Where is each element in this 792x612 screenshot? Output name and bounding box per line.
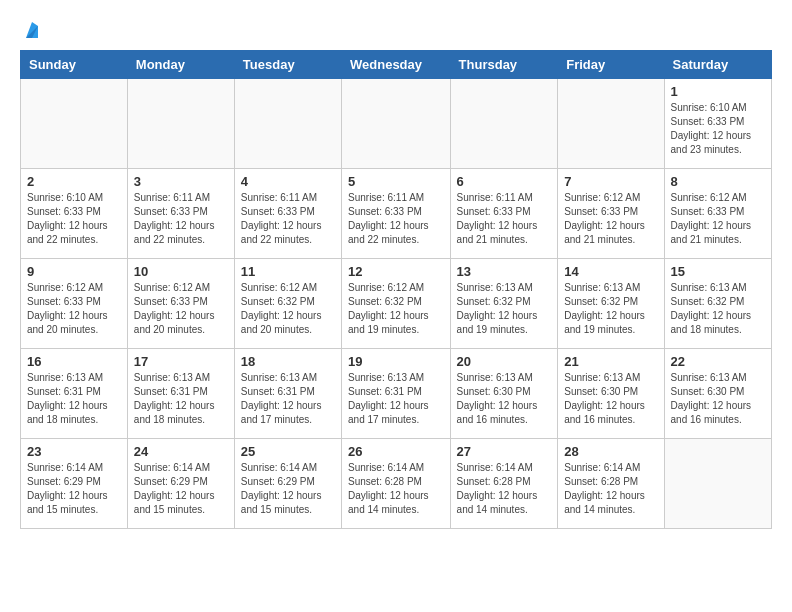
weekday-header: Sunday	[21, 51, 128, 79]
day-info: Sunrise: 6:13 AM Sunset: 6:31 PM Dayligh…	[27, 371, 121, 427]
calendar-cell	[21, 79, 128, 169]
weekday-header: Friday	[558, 51, 664, 79]
day-info: Sunrise: 6:10 AM Sunset: 6:33 PM Dayligh…	[27, 191, 121, 247]
day-info: Sunrise: 6:14 AM Sunset: 6:29 PM Dayligh…	[134, 461, 228, 517]
day-info: Sunrise: 6:13 AM Sunset: 6:30 PM Dayligh…	[457, 371, 552, 427]
calendar-cell: 10Sunrise: 6:12 AM Sunset: 6:33 PM Dayli…	[127, 259, 234, 349]
calendar-cell: 15Sunrise: 6:13 AM Sunset: 6:32 PM Dayli…	[664, 259, 771, 349]
day-info: Sunrise: 6:11 AM Sunset: 6:33 PM Dayligh…	[241, 191, 335, 247]
calendar-week-row: 9Sunrise: 6:12 AM Sunset: 6:33 PM Daylig…	[21, 259, 772, 349]
day-number: 6	[457, 174, 552, 189]
calendar-cell: 8Sunrise: 6:12 AM Sunset: 6:33 PM Daylig…	[664, 169, 771, 259]
day-info: Sunrise: 6:14 AM Sunset: 6:28 PM Dayligh…	[348, 461, 444, 517]
day-info: Sunrise: 6:10 AM Sunset: 6:33 PM Dayligh…	[671, 101, 765, 157]
calendar-cell	[558, 79, 664, 169]
calendar-cell	[664, 439, 771, 529]
calendar-cell: 16Sunrise: 6:13 AM Sunset: 6:31 PM Dayli…	[21, 349, 128, 439]
day-number: 8	[671, 174, 765, 189]
day-number: 1	[671, 84, 765, 99]
day-info: Sunrise: 6:13 AM Sunset: 6:32 PM Dayligh…	[671, 281, 765, 337]
logo-icon	[22, 20, 42, 40]
calendar-cell: 14Sunrise: 6:13 AM Sunset: 6:32 PM Dayli…	[558, 259, 664, 349]
day-number: 19	[348, 354, 444, 369]
day-number: 16	[27, 354, 121, 369]
day-info: Sunrise: 6:12 AM Sunset: 6:32 PM Dayligh…	[348, 281, 444, 337]
calendar: SundayMondayTuesdayWednesdayThursdayFrid…	[20, 50, 772, 529]
day-info: Sunrise: 6:14 AM Sunset: 6:29 PM Dayligh…	[241, 461, 335, 517]
calendar-cell: 26Sunrise: 6:14 AM Sunset: 6:28 PM Dayli…	[342, 439, 451, 529]
day-number: 7	[564, 174, 657, 189]
calendar-cell: 19Sunrise: 6:13 AM Sunset: 6:31 PM Dayli…	[342, 349, 451, 439]
day-number: 11	[241, 264, 335, 279]
day-info: Sunrise: 6:13 AM Sunset: 6:30 PM Dayligh…	[671, 371, 765, 427]
day-number: 26	[348, 444, 444, 459]
day-number: 28	[564, 444, 657, 459]
day-number: 12	[348, 264, 444, 279]
day-info: Sunrise: 6:14 AM Sunset: 6:28 PM Dayligh…	[457, 461, 552, 517]
day-info: Sunrise: 6:13 AM Sunset: 6:32 PM Dayligh…	[457, 281, 552, 337]
calendar-week-row: 23Sunrise: 6:14 AM Sunset: 6:29 PM Dayli…	[21, 439, 772, 529]
day-number: 24	[134, 444, 228, 459]
header	[20, 20, 772, 40]
day-info: Sunrise: 6:12 AM Sunset: 6:33 PM Dayligh…	[27, 281, 121, 337]
calendar-header-row: SundayMondayTuesdayWednesdayThursdayFrid…	[21, 51, 772, 79]
calendar-cell: 9Sunrise: 6:12 AM Sunset: 6:33 PM Daylig…	[21, 259, 128, 349]
day-number: 4	[241, 174, 335, 189]
day-info: Sunrise: 6:13 AM Sunset: 6:30 PM Dayligh…	[564, 371, 657, 427]
calendar-cell: 5Sunrise: 6:11 AM Sunset: 6:33 PM Daylig…	[342, 169, 451, 259]
calendar-cell: 7Sunrise: 6:12 AM Sunset: 6:33 PM Daylig…	[558, 169, 664, 259]
day-info: Sunrise: 6:12 AM Sunset: 6:33 PM Dayligh…	[134, 281, 228, 337]
calendar-cell: 1Sunrise: 6:10 AM Sunset: 6:33 PM Daylig…	[664, 79, 771, 169]
calendar-cell: 17Sunrise: 6:13 AM Sunset: 6:31 PM Dayli…	[127, 349, 234, 439]
calendar-cell: 27Sunrise: 6:14 AM Sunset: 6:28 PM Dayli…	[450, 439, 558, 529]
day-number: 22	[671, 354, 765, 369]
weekday-header: Saturday	[664, 51, 771, 79]
calendar-cell: 24Sunrise: 6:14 AM Sunset: 6:29 PM Dayli…	[127, 439, 234, 529]
day-info: Sunrise: 6:12 AM Sunset: 6:32 PM Dayligh…	[241, 281, 335, 337]
day-number: 9	[27, 264, 121, 279]
calendar-cell	[342, 79, 451, 169]
logo	[20, 20, 42, 40]
day-info: Sunrise: 6:13 AM Sunset: 6:32 PM Dayligh…	[564, 281, 657, 337]
day-number: 3	[134, 174, 228, 189]
calendar-cell: 11Sunrise: 6:12 AM Sunset: 6:32 PM Dayli…	[234, 259, 341, 349]
day-info: Sunrise: 6:14 AM Sunset: 6:28 PM Dayligh…	[564, 461, 657, 517]
calendar-cell: 2Sunrise: 6:10 AM Sunset: 6:33 PM Daylig…	[21, 169, 128, 259]
calendar-cell: 6Sunrise: 6:11 AM Sunset: 6:33 PM Daylig…	[450, 169, 558, 259]
day-info: Sunrise: 6:14 AM Sunset: 6:29 PM Dayligh…	[27, 461, 121, 517]
calendar-cell	[234, 79, 341, 169]
calendar-cell	[127, 79, 234, 169]
day-number: 27	[457, 444, 552, 459]
day-info: Sunrise: 6:11 AM Sunset: 6:33 PM Dayligh…	[348, 191, 444, 247]
calendar-cell: 20Sunrise: 6:13 AM Sunset: 6:30 PM Dayli…	[450, 349, 558, 439]
calendar-cell: 25Sunrise: 6:14 AM Sunset: 6:29 PM Dayli…	[234, 439, 341, 529]
weekday-header: Thursday	[450, 51, 558, 79]
calendar-cell: 21Sunrise: 6:13 AM Sunset: 6:30 PM Dayli…	[558, 349, 664, 439]
calendar-week-row: 2Sunrise: 6:10 AM Sunset: 6:33 PM Daylig…	[21, 169, 772, 259]
day-number: 21	[564, 354, 657, 369]
calendar-cell: 22Sunrise: 6:13 AM Sunset: 6:30 PM Dayli…	[664, 349, 771, 439]
day-info: Sunrise: 6:11 AM Sunset: 6:33 PM Dayligh…	[134, 191, 228, 247]
day-info: Sunrise: 6:13 AM Sunset: 6:31 PM Dayligh…	[241, 371, 335, 427]
calendar-cell: 18Sunrise: 6:13 AM Sunset: 6:31 PM Dayli…	[234, 349, 341, 439]
day-number: 18	[241, 354, 335, 369]
day-number: 15	[671, 264, 765, 279]
day-number: 13	[457, 264, 552, 279]
calendar-cell: 4Sunrise: 6:11 AM Sunset: 6:33 PM Daylig…	[234, 169, 341, 259]
calendar-cell	[450, 79, 558, 169]
calendar-cell: 28Sunrise: 6:14 AM Sunset: 6:28 PM Dayli…	[558, 439, 664, 529]
weekday-header: Monday	[127, 51, 234, 79]
calendar-cell: 3Sunrise: 6:11 AM Sunset: 6:33 PM Daylig…	[127, 169, 234, 259]
day-info: Sunrise: 6:11 AM Sunset: 6:33 PM Dayligh…	[457, 191, 552, 247]
calendar-week-row: 16Sunrise: 6:13 AM Sunset: 6:31 PM Dayli…	[21, 349, 772, 439]
day-info: Sunrise: 6:13 AM Sunset: 6:31 PM Dayligh…	[134, 371, 228, 427]
day-number: 10	[134, 264, 228, 279]
day-number: 23	[27, 444, 121, 459]
day-info: Sunrise: 6:12 AM Sunset: 6:33 PM Dayligh…	[564, 191, 657, 247]
day-number: 17	[134, 354, 228, 369]
day-number: 20	[457, 354, 552, 369]
day-number: 2	[27, 174, 121, 189]
day-number: 5	[348, 174, 444, 189]
day-info: Sunrise: 6:13 AM Sunset: 6:31 PM Dayligh…	[348, 371, 444, 427]
weekday-header: Tuesday	[234, 51, 341, 79]
